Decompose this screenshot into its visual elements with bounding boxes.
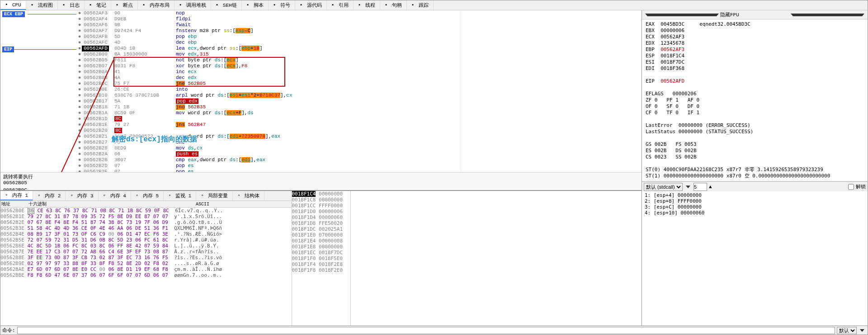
disassembly-view[interactable]: ECX EBP EIP 解密ds:[ecx]指向的数据 ●00562AF390n… bbox=[0, 10, 642, 172]
lock-label: 解锁 bbox=[856, 183, 866, 190]
command-mode-select[interactable]: 默认 bbox=[837, 327, 857, 334]
empty-pane bbox=[350, 191, 642, 326]
hex-row[interactable]: 00562B7E 7E EE 17 C3 07 07 72 AB 66 C4 6… bbox=[0, 249, 292, 255]
stack-row[interactable]: 0018F1D0 00000006 bbox=[292, 209, 350, 214]
mem-icon: ▫ bbox=[38, 193, 43, 199]
dropdown-icon[interactable] bbox=[791, 14, 864, 16]
tab-trace[interactable]: ▪跟踪 bbox=[407, 0, 434, 10]
tab-log[interactable]: ▪日志 bbox=[58, 0, 85, 10]
memory-icon: ▪ bbox=[142, 2, 148, 8]
disasm-row[interactable]: ●00562AFD8D4D 1Blea ecx,dword ptr ss:[eb… bbox=[77, 46, 461, 51]
stack-row[interactable]: 0018F1CC FFFF0000 bbox=[292, 203, 350, 209]
stack-row[interactable]: 0018F1E4 00000008 bbox=[292, 238, 350, 244]
memtab[interactable]: ▫内存 3 bbox=[66, 191, 98, 200]
tab-src[interactable]: ▪源代码 bbox=[295, 0, 327, 10]
tab-script[interactable]: ▪脚本 bbox=[242, 0, 269, 10]
command-input[interactable] bbox=[17, 327, 835, 334]
stack-row[interactable]: 0018F1DC 002025A1 bbox=[292, 226, 350, 232]
log-icon: ▪ bbox=[62, 2, 68, 8]
breakpoint-icon: ▪ bbox=[116, 2, 122, 8]
stack-row[interactable]: 0018F1F0 0018F5E0 bbox=[292, 256, 350, 261]
hex-row[interactable]: 00562BAE E7 6D 07 6D 07 8E E0 CC 00 06 8… bbox=[0, 266, 292, 272]
command-dropdown-icon[interactable] bbox=[860, 329, 864, 332]
disasm-row[interactable]: ●00562AF4D9EBfldpi bbox=[77, 16, 461, 22]
disasm-row[interactable]: ●00562B2A06push es bbox=[77, 151, 461, 157]
tab-handle[interactable]: ▪句柄 bbox=[380, 0, 407, 10]
disasm-row[interactable]: ●00562B2B3B07cmp eax,dword ptr ds:[edi],… bbox=[77, 157, 461, 163]
stack-row[interactable]: 0018F1EC 0018F7DC bbox=[292, 250, 350, 256]
tab-flow[interactable]: ▪流程图 bbox=[26, 0, 58, 10]
disasm-row[interactable]: ●00562B1A8C59 0Fmov word ptr ds:[ecx+F],… bbox=[77, 110, 461, 116]
hex-row[interactable]: 00562B9E 02 97 97 97 33 88 8F 33 8F F8 5… bbox=[0, 261, 292, 266]
annotation-text: 解密ds:[ecx]指向的数据 bbox=[112, 135, 197, 144]
disasm-row[interactable]: ●00562AFC4Ddec ebp bbox=[77, 40, 461, 46]
tab-cpu[interactable]: ▪CPU bbox=[0, 0, 26, 10]
stack-row[interactable]: 0018F1C4 00000000 bbox=[292, 191, 350, 197]
thread-icon: ▪ bbox=[358, 2, 364, 8]
disasm-row[interactable]: ●00562B1D8C bbox=[77, 116, 461, 122]
memtab[interactable]: ▫内存 5 bbox=[131, 191, 164, 200]
memtab[interactable]: ▫结构体 bbox=[233, 191, 264, 200]
disasm-row[interactable]: ●00562B208C bbox=[77, 128, 461, 134]
disasm-row[interactable]: ●00562AFB5Dpop ebp bbox=[77, 34, 461, 40]
notes-icon: ▪ bbox=[89, 2, 95, 8]
tab-sym[interactable]: ▪符号 bbox=[269, 0, 295, 10]
stack-row[interactable]: 0018F1D8 FFE50020 bbox=[292, 220, 350, 226]
lock-checkbox[interactable] bbox=[848, 183, 854, 191]
disasm-row[interactable]: ●00562B288ED9mov ds,cx bbox=[77, 145, 461, 151]
stack-args[interactable]: 1: [esp+4] 00000000 2: [esp+8] FFFF0000 … bbox=[642, 191, 868, 326]
callconv-select[interactable]: 默认 (stdcall) bbox=[644, 183, 683, 191]
disasm-row[interactable]: ●00562B2D07pop es bbox=[77, 163, 461, 169]
disasm-row[interactable]: ●00562B2E07pop es bbox=[77, 169, 461, 172]
collapse-fpu-icon[interactable] bbox=[645, 14, 719, 16]
disasm-row[interactable]: ●00562B10638C76 378C710Barpl word ptr ds… bbox=[77, 93, 461, 98]
memtab[interactable]: ▫内存 4 bbox=[99, 191, 131, 200]
disasm-row[interactable]: ●00562AF69Bfwait bbox=[77, 22, 461, 28]
disasm-row[interactable]: ●00562B1871 1Bjno 562B35 bbox=[77, 104, 461, 110]
registers-header: 隐藏FPU bbox=[642, 10, 868, 19]
tab-notes[interactable]: ▪笔记 bbox=[85, 0, 111, 10]
tab-ref[interactable]: ▪引用 bbox=[327, 0, 354, 10]
hex-row[interactable]: 00562B6E 4C 8C 5D 1B 06 FC 8C 03 8C 06 F… bbox=[0, 243, 292, 249]
argcount-input[interactable] bbox=[693, 183, 707, 191]
hex-row[interactable]: 00562B4E 08 B9 17 3F 01 73 OF C6 C9 00 0… bbox=[0, 231, 292, 237]
seh-icon: ▪ bbox=[216, 2, 222, 8]
memtab[interactable]: ▫局部变量 bbox=[196, 191, 233, 200]
command-bar: 命令: 默认 bbox=[0, 326, 868, 335]
stack-row[interactable]: 0018F1C8 00000000 bbox=[292, 197, 350, 203]
disasm-row[interactable]: ●00562B175Apop edx bbox=[77, 98, 461, 104]
mem-icon: ▫ bbox=[70, 193, 76, 199]
memtab[interactable]: ▫监视 1 bbox=[164, 191, 196, 200]
mem-icon: ▫ bbox=[201, 193, 207, 199]
disasm-row[interactable]: ●00562AF7D97424 F4fnstenv m28 ptr ss:[es… bbox=[77, 28, 461, 34]
disasm-row[interactable]: ●00562AF390nop bbox=[77, 10, 461, 16]
memtab[interactable]: ▫内存 1 bbox=[0, 191, 33, 200]
hex-dump[interactable]: 00562B0E 36 CE 63 8C 76 37 8C 71 0B 8C 7… bbox=[0, 208, 292, 326]
callconv-dropdown-icon[interactable] bbox=[686, 186, 690, 188]
hex-row[interactable]: 00562B2E 07 67 8E F4 8E F4 51 87 74 38 8… bbox=[0, 219, 292, 225]
memtab[interactable]: ▫内存 2 bbox=[33, 191, 66, 200]
disasm-row[interactable]: ●00562B1E79 27jns 562B47 bbox=[77, 122, 461, 128]
stack-row[interactable]: 0018F1F8 0018F2E0 bbox=[292, 267, 350, 273]
hex-row[interactable]: 00562B1E 79 27 8C 31 87 78 09 35 72 F5 8… bbox=[0, 214, 292, 219]
registers-body[interactable]: EAX 0045BD3C eqnedt32.0045BD3C EBX 00000… bbox=[642, 19, 868, 181]
hex-row[interactable]: 00562B3E 51 58 4C 4D 4D 36 CE 0F 4E 46 A… bbox=[0, 225, 292, 231]
tab-thread[interactable]: ▪线程 bbox=[354, 0, 380, 10]
tab-bp[interactable]: ▪断点 bbox=[111, 0, 138, 10]
stack-row[interactable]: 0018F1E8 00000000 bbox=[292, 244, 350, 250]
stack-row[interactable]: 0018F1E0 07000000 bbox=[292, 232, 350, 238]
stack-view[interactable]: 0018F1C4 000000000018F1C8 000000000018F1… bbox=[292, 191, 350, 326]
stack-row[interactable]: 0018F1F4 0018F2E8 bbox=[292, 261, 350, 267]
tab-mem[interactable]: ▪内存布局 bbox=[138, 0, 175, 10]
hex-row[interactable]: 00562B5E 72 07 59 72 31 D5 31 D6 0B 8C 5… bbox=[0, 237, 292, 243]
hex-row[interactable]: 00562B0E 36 CE 63 8C 76 37 8C 71 0B 8C 7… bbox=[0, 208, 292, 214]
disasm-row[interactable]: ●00562B0E26:CEinto bbox=[77, 87, 461, 93]
tab-seh[interactable]: ▪SEH链 bbox=[211, 0, 242, 10]
stack-row[interactable]: 0018F1D4 00000060 bbox=[292, 214, 350, 220]
hex-row[interactable]: 00562BBE F8 F8 6D 47 6E 07 37 06 07 6F 6… bbox=[0, 272, 292, 278]
tab-callstack[interactable]: ▪调用堆栈 bbox=[175, 0, 211, 10]
hex-row[interactable]: 00562B8E 3F EE 73 0D 87 3F CB 73 02 87 3… bbox=[0, 255, 292, 261]
command-label: 命令: bbox=[2, 327, 15, 334]
hex-header: 地址 十六进制 ASCII bbox=[0, 201, 292, 208]
ecx-ebp-label: ECX EBP bbox=[2, 11, 25, 17]
